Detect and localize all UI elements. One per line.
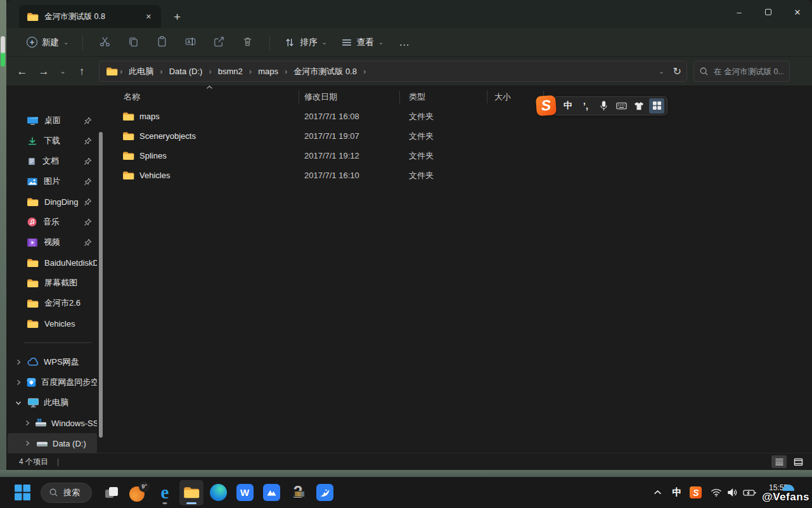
baidu-sync-icon [26,377,37,388]
large-icons-view-button[interactable] [790,455,806,468]
share-button[interactable] [205,32,233,53]
column-header-label: 类型 [409,91,425,103]
taskbar-omsi2[interactable]: 2 [286,480,310,505]
sidebar-tree-item[interactable]: 此电脑 [8,393,97,413]
toolbar-divider [269,35,270,50]
taskbar-weather[interactable]: 9° [126,480,150,505]
breadcrumb-separator: › [248,67,252,76]
sidebar-scrollbar[interactable] [99,132,103,438]
paste-button[interactable] [148,32,176,53]
column-header[interactable]: 大小 [487,88,544,107]
sort-button[interactable]: 排序 ⌄ [278,32,333,53]
taskbar-xunlei[interactable] [313,480,337,505]
sidebar-tree-item[interactable]: 百度网盘同步空间 [8,372,97,393]
up-button[interactable]: ↑ [71,62,93,82]
rename-button[interactable] [176,32,205,53]
pictures-icon [27,177,38,186]
breadcrumb-separator: › [284,67,288,76]
sidebar-item[interactable]: 金河市2.6 [8,293,97,313]
sogou-skin-button[interactable] [631,98,647,114]
taskbar-task-view[interactable] [100,480,124,505]
breadcrumb-item[interactable]: bsmn2 [214,65,247,78]
taskbar-edge[interactable] [206,480,230,505]
tab-close-button[interactable]: ✕ [143,11,155,22]
file-row[interactable]: Splines2017/7/1 19:12文件夹 [105,146,812,166]
file-name: Splines [139,151,167,160]
refresh-icon[interactable]: ↻ [673,65,681,77]
sidebar-item[interactable]: BaiduNetdiskDownload [8,252,97,273]
copy-button[interactable] [119,32,148,53]
details-view-button[interactable] [771,455,787,468]
sogou-punctuation-button[interactable]: ’, [578,98,593,114]
column-header[interactable]: 名称 [105,88,299,107]
file-row[interactable]: maps2017/7/1 16:08文件夹 [105,107,812,126]
search-icon [699,67,709,76]
chevron-down-icon[interactable] [15,400,23,406]
sogou-tray-icon[interactable]: S [688,483,704,502]
sogou-chinese-mode-button[interactable]: 中 [560,98,576,114]
copy-icon [127,36,139,48]
new-button[interactable]: + 新建 ⌄ [20,32,75,53]
breadcrumb-item[interactable]: 此电脑 [124,64,158,79]
ime-indicator[interactable]: 中 [669,483,685,502]
sidebar-tree-item[interactable]: WPS网盘 [8,352,97,372]
forward-button[interactable]: → [33,62,55,82]
breadcrumb-item[interactable]: 金河市测试版 0.8 [289,64,361,79]
sidebar-item-label: Data (D:) [53,439,86,448]
sogou-toolbox-button[interactable] [649,98,664,114]
view-button[interactable]: 查看 ⌄ [335,32,390,53]
column-header[interactable]: 修改日期 [299,88,400,107]
sogou-soft-keyboard-button[interactable] [614,98,629,114]
delete-button[interactable] [233,32,262,53]
start-button[interactable] [10,480,34,505]
chevron-right-icon[interactable] [15,379,22,386]
chevron-right-icon[interactable] [15,359,23,365]
taskbar-file-explorer[interactable] [179,480,203,505]
cut-button[interactable] [91,32,119,53]
back-button[interactable]: ← [11,62,33,82]
sogou-logo-icon[interactable]: S [536,95,557,116]
view-button-label: 查看 [357,37,374,48]
sidebar-item[interactable]: 音乐 [8,212,97,232]
maximize-button[interactable] [754,0,783,24]
breadcrumb-item[interactable]: Data (D:) [165,65,207,78]
new-tab-button[interactable]: + [174,10,181,24]
sidebar-item[interactable]: 图片 [8,171,97,192]
sidebar-item[interactable]: 桌面 [8,110,97,131]
sidebar-item[interactable]: 下载 [8,131,97,151]
taskbar-search[interactable]: 搜索 [41,483,92,503]
column-header[interactable]: 类型 [400,88,487,107]
sidebar-tree-item[interactable]: Data (D:) [8,433,97,453]
taskbar-browser-e[interactable]: e [153,480,177,505]
minimize-button[interactable]: – [725,0,754,24]
network-volume-battery[interactable] [707,488,760,497]
sidebar-item[interactable]: 屏幕截图 [8,273,97,293]
sidebar-item[interactable]: 文档 [8,151,97,171]
sidebar-tree-item[interactable]: Windows-SSD (C:) [8,413,97,433]
sogou-microphone-button[interactable] [596,98,611,114]
explorer-tab[interactable]: 金河市测试版 0.8 ✕ [19,5,161,28]
taskbar-wps-office[interactable]: W [233,480,257,505]
see-more-button[interactable]: … [391,36,418,49]
window-controls: – ✕ [725,0,812,24]
chevron-right-icon[interactable] [24,440,32,446]
taskbar-m-app[interactable] [259,480,283,505]
sidebar-item[interactable]: 视频 [8,232,97,252]
close-button[interactable]: ✕ [783,0,812,24]
paste-icon [156,36,168,48]
hidden-icons-button[interactable] [650,483,666,502]
breadcrumb-item[interactable]: maps [254,65,283,78]
omsi2-icon: 2 [293,484,302,501]
address-box[interactable]: ›此电脑›Data (D:)›bsmn2›maps›金河市测试版 0.8› ⌄ … [99,61,687,82]
chevron-right-icon[interactable] [24,420,30,426]
recent-locations-button[interactable]: ⌄ [55,62,71,82]
search-input[interactable] [714,67,783,76]
task-view-icon [103,485,120,501]
column-header-label: 大小 [494,91,511,103]
sidebar-item[interactable]: DingDing [8,192,97,212]
search-box[interactable] [693,61,790,82]
file-row[interactable]: Vehicles2017/7/1 16:10文件夹 [105,166,812,185]
file-row[interactable]: Sceneryobjects2017/7/1 19:07文件夹 [105,126,812,146]
sidebar-item[interactable]: Vehicles [8,313,97,334]
address-dropdown-icon[interactable]: ⌄ [659,68,664,75]
